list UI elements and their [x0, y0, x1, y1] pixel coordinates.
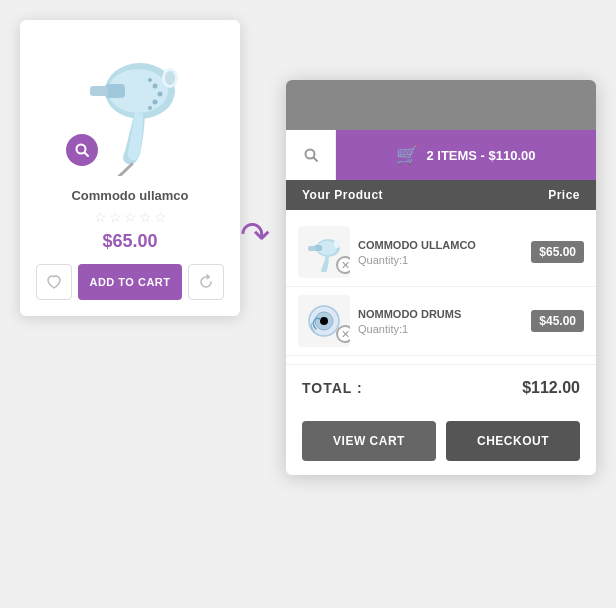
product-title: Commodo ullamco [36, 188, 224, 203]
star-4: ☆ [139, 209, 152, 225]
svg-line-14 [313, 158, 317, 162]
view-cart-button[interactable]: VIEW CART [302, 421, 436, 461]
cart-item-1-remove[interactable]: ✕ [336, 256, 350, 274]
cart-item-2-remove[interactable]: ✕ [336, 325, 350, 343]
add-to-cart-button[interactable]: ADD TO CART [78, 264, 182, 300]
svg-point-19 [334, 240, 340, 248]
product-price: $65.00 [36, 231, 224, 252]
star-2: ☆ [109, 209, 122, 225]
refresh-button[interactable] [188, 264, 224, 300]
cart-item-1-price: $65.00 [531, 241, 584, 263]
cart-total-value: $112.00 [522, 379, 580, 397]
column-price: Price [548, 188, 580, 202]
cart-search-button[interactable] [286, 130, 336, 180]
cart-footer: VIEW CART CHECKOUT [286, 411, 596, 475]
svg-line-12 [85, 153, 89, 157]
column-product: Your Product [302, 188, 383, 202]
cart-item-2-info: NOMMODO DRUMS Quantity:1 [350, 308, 531, 335]
svg-point-5 [165, 71, 175, 85]
cart-items-list: ✕ COMMODO ULLAMCO Quantity:1 $65.00 [286, 210, 596, 364]
cart-item-2-name: NOMMODO DRUMS [358, 308, 523, 320]
svg-rect-3 [90, 86, 108, 96]
svg-point-10 [148, 106, 152, 110]
product-image-wrap [36, 36, 224, 176]
cart-item-1-name: COMMODO ULLAMCO [358, 239, 523, 251]
cart-item: ✕ NOMMODO DRUMS Quantity:1 $45.00 [286, 287, 596, 356]
cart-item-1-thumb: ✕ [298, 226, 350, 278]
cart-top-bar [286, 80, 596, 130]
cart-item-2-price: $45.00 [531, 310, 584, 332]
cart-panel: 🛒 2 ITEMS - $110.00 Your Product Price ✕ [286, 80, 596, 475]
cart-item: ✕ COMMODO ULLAMCO Quantity:1 $65.00 [286, 218, 596, 287]
cart-header-row: 🛒 2 ITEMS - $110.00 [286, 130, 596, 180]
product-stars: ☆ ☆ ☆ ☆ ☆ [36, 209, 224, 225]
cart-icon: 🛒 [396, 144, 418, 166]
product-search-badge[interactable] [66, 134, 98, 166]
cart-total-row: TOTAL : $112.00 [286, 364, 596, 411]
cart-item-2-qty: Quantity:1 [358, 323, 523, 335]
svg-point-7 [158, 92, 163, 97]
cart-item-count-label: 2 ITEMS - $110.00 [426, 148, 535, 163]
star-3: ☆ [124, 209, 137, 225]
svg-point-9 [148, 78, 152, 82]
svg-point-8 [153, 100, 158, 105]
cart-column-headers: Your Product Price [286, 180, 596, 210]
product-card: Commodo ullamco ☆ ☆ ☆ ☆ ☆ $65.00 ADD TO … [20, 20, 240, 316]
product-actions: ADD TO CART [36, 264, 224, 300]
star-5: ☆ [154, 209, 167, 225]
svg-rect-18 [308, 246, 316, 251]
svg-point-6 [153, 84, 158, 89]
cart-badge-button[interactable]: 🛒 2 ITEMS - $110.00 [336, 130, 596, 180]
svg-point-22 [320, 317, 328, 325]
arrow-decoration: ↷ [240, 214, 270, 256]
checkout-button[interactable]: CHECKOUT [446, 421, 580, 461]
cart-item-1-info: COMMODO ULLAMCO Quantity:1 [350, 239, 531, 266]
cart-total-label: TOTAL : [302, 380, 363, 396]
cart-item-2-thumb: ✕ [298, 295, 350, 347]
wishlist-button[interactable] [36, 264, 72, 300]
cart-item-1-qty: Quantity:1 [358, 254, 523, 266]
star-1: ☆ [94, 209, 107, 225]
